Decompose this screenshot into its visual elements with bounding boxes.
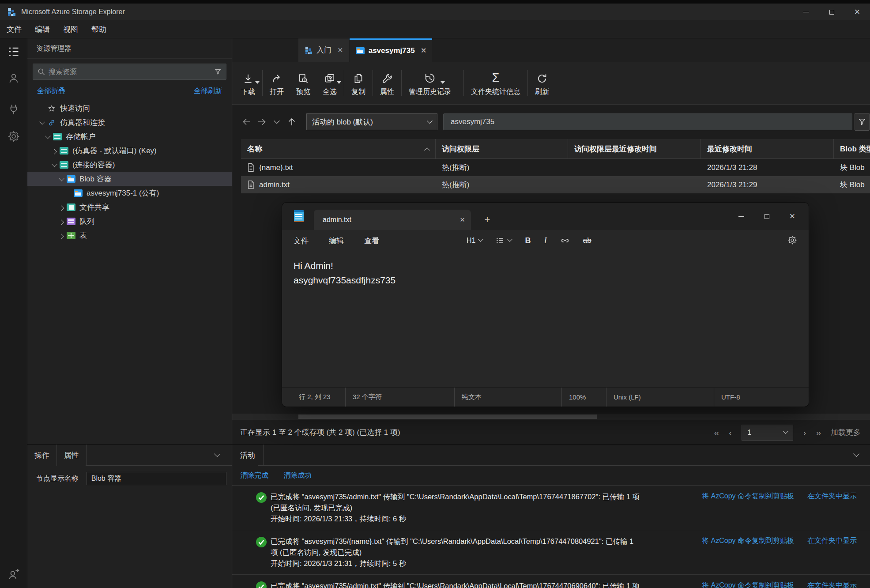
insert-link-button[interactable]	[560, 236, 570, 245]
chevron-down-icon[interactable]	[270, 115, 283, 128]
explorer-icon[interactable]	[8, 45, 20, 58]
maximize-button[interactable]	[819, 4, 844, 20]
column-header-blob-type[interactable]: Blob 类型	[834, 139, 870, 158]
up-arrow-icon[interactable]	[285, 115, 298, 128]
page-select[interactable]: 1	[742, 425, 793, 441]
strikethrough-button[interactable]: ab	[583, 236, 591, 245]
connect-plug-icon[interactable]	[8, 103, 20, 116]
tab-close-icon[interactable]	[338, 45, 343, 55]
menu-edit[interactable]: 编辑	[28, 24, 56, 34]
download-button[interactable]: 下载	[235, 62, 261, 104]
resource-search-box[interactable]	[33, 64, 226, 80]
settings-gear-icon[interactable]	[8, 130, 20, 143]
copy-azcopy-command-link[interactable]: 将 AzCopy 命令复制到剪贴板	[702, 581, 794, 588]
zoom-level[interactable]: 100%	[561, 388, 606, 407]
menu-help[interactable]: 帮助	[85, 24, 113, 34]
chevron-right-icon[interactable]	[56, 205, 67, 209]
chevron-down-icon[interactable]	[49, 163, 60, 167]
clear-completed-link[interactable]: 清除完成	[240, 471, 268, 480]
tab-actions[interactable]: 操作	[27, 445, 57, 466]
notepad-tab-admin-txt[interactable]: admin.txt	[314, 210, 471, 230]
blob-view-dropdown[interactable]: 活动的 blob (默认)	[306, 113, 437, 130]
heading-style-button[interactable]: H1	[467, 237, 482, 245]
menu-file[interactable]: 文件	[0, 24, 28, 34]
maximize-button[interactable]	[754, 203, 780, 230]
notepad-text-area[interactable]: Hi Admin! asyghvqf735asdfjhzs735	[282, 251, 809, 387]
node-display-name-field[interactable]	[87, 472, 226, 485]
refresh-button[interactable]: 刷新	[529, 62, 555, 104]
menu-view[interactable]: 视图	[56, 24, 85, 34]
search-filter-icon[interactable]	[214, 68, 222, 75]
open-button[interactable]: 打开	[264, 62, 290, 104]
folder-statistics-button[interactable]: Σ 文件夹统计信息	[465, 62, 527, 104]
column-header-name[interactable]: 名称	[241, 139, 436, 158]
chevron-right-icon[interactable]	[56, 234, 67, 237]
table-row-name-txt[interactable]: {name}.txt 热(推断) 2026/1/3 21:28 块 Blob	[241, 159, 870, 176]
path-input[interactable]	[444, 117, 852, 126]
tab-properties[interactable]: 属性	[57, 445, 87, 466]
notepad-settings-gear-icon[interactable]	[787, 235, 797, 245]
show-in-folder-link[interactable]: 在文件夹中显示	[807, 536, 857, 546]
close-button[interactable]	[780, 203, 805, 230]
copy-button[interactable]: 复制	[345, 62, 372, 104]
copy-azcopy-command-link[interactable]: 将 AzCopy 命令复制到剪贴板	[702, 492, 794, 501]
load-more-button[interactable]: 加载更多	[831, 427, 861, 437]
chevron-down-icon[interactable]	[37, 121, 47, 124]
minimize-button[interactable]	[728, 203, 754, 230]
tree-item-emulator-connections[interactable]: 仿真器和连接	[27, 115, 232, 129]
tree-item-queues[interactable]: 队列	[27, 214, 232, 228]
notepad-menu-view[interactable]: 查看	[364, 236, 379, 246]
horizontal-scrollbar[interactable]	[232, 414, 870, 420]
collapse-all-link[interactable]: 全部折叠	[37, 87, 65, 96]
previous-page-button[interactable]: ‹	[729, 427, 732, 438]
tab-close-icon[interactable]	[421, 46, 426, 56]
chevron-right-icon[interactable]	[49, 149, 60, 153]
notepad-menu-file[interactable]: 文件	[294, 236, 309, 246]
column-header-access-tier[interactable]: 访问权限层	[436, 139, 568, 158]
first-page-button[interactable]: «	[714, 427, 719, 438]
preview-button[interactable]: 预览	[290, 62, 316, 104]
filter-button[interactable]	[855, 113, 870, 131]
tree-item-storage-accounts[interactable]: 存储帐户	[27, 129, 232, 143]
refresh-all-link[interactable]: 全部刷新	[194, 87, 222, 96]
italic-button[interactable]: I	[544, 236, 546, 245]
chevron-right-icon[interactable]	[56, 219, 67, 223]
tree-item-blob-containers[interactable]: Blob 容器	[27, 172, 232, 186]
column-header-tier-modified[interactable]: 访问权限层最近修改时间	[568, 139, 701, 158]
tab-close-icon[interactable]	[460, 215, 465, 225]
list-button[interactable]	[496, 236, 512, 245]
show-in-folder-link[interactable]: 在文件夹中显示	[807, 581, 857, 588]
bold-button[interactable]: B	[525, 236, 531, 245]
new-tab-button[interactable]	[480, 210, 495, 230]
minimize-button[interactable]	[793, 4, 819, 20]
tab-activities[interactable]: 活动	[232, 445, 264, 466]
tree-item-tables[interactable]: 表	[27, 228, 232, 242]
panel-collapse-chevron-icon[interactable]	[214, 451, 220, 457]
notepad-menu-edit[interactable]: 编辑	[329, 236, 344, 246]
tree-item-file-shares[interactable]: 文件共享	[27, 200, 232, 214]
select-all-button[interactable]: 全选	[316, 62, 343, 104]
panel-collapse-chevron-icon[interactable]	[853, 451, 859, 457]
forward-arrow-icon[interactable]	[255, 115, 268, 128]
copy-azcopy-command-link[interactable]: 将 AzCopy 命令复制到剪贴板	[702, 536, 794, 546]
path-breadcrumb-box[interactable]	[443, 113, 852, 130]
tree-item-attached-containers[interactable]: (连接的容器)	[27, 158, 232, 172]
last-page-button[interactable]: »	[816, 427, 821, 438]
account-icon[interactable]	[8, 72, 20, 84]
tree-item-quick-access[interactable]: 快速访问	[27, 101, 232, 115]
close-button[interactable]	[844, 4, 870, 20]
tab-asvesymj735[interactable]: asvesymj735	[350, 38, 433, 62]
scrollbar-thumb[interactable]	[298, 415, 597, 419]
search-input[interactable]	[49, 68, 214, 76]
chevron-down-icon[interactable]	[42, 135, 53, 139]
next-page-button[interactable]: ›	[803, 427, 806, 438]
chevron-down-icon[interactable]	[56, 177, 67, 181]
column-header-last-modified[interactable]: 最近修改时间	[701, 139, 834, 158]
switch-account-icon[interactable]	[8, 569, 20, 581]
clear-successful-link[interactable]: 清除成功	[283, 471, 312, 480]
manage-history-button[interactable]: 管理历史记录	[403, 62, 457, 104]
show-in-folder-link[interactable]: 在文件夹中显示	[807, 492, 857, 501]
table-row-admin-txt[interactable]: admin.txt 热(推断) 2026/1/3 21:29 块 Blob	[241, 176, 870, 193]
tree-item-emulator-default-ports[interactable]: (仿真器 - 默认端口) (Key)	[27, 143, 232, 158]
tab-getting-started[interactable]: 入门	[298, 38, 349, 62]
